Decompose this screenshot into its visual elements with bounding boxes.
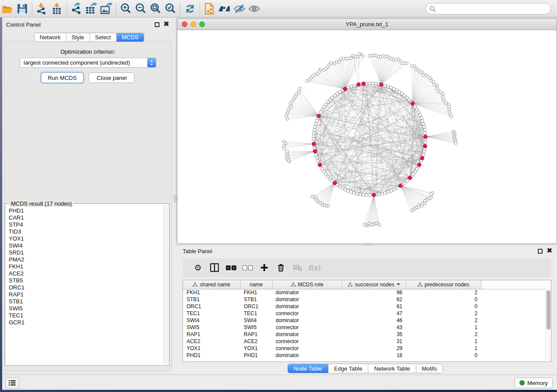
graph-node[interactable] xyxy=(368,82,371,85)
graph-satellite-node[interactable] xyxy=(286,150,289,153)
graph-node[interactable] xyxy=(384,84,387,87)
mcds-result-item[interactable]: TID3 xyxy=(6,228,163,235)
table-scrollbar-thumb[interactable] xyxy=(547,290,550,330)
zoom-selected-icon[interactable] xyxy=(163,2,178,15)
table-cell[interactable]: SWI5 xyxy=(183,324,240,331)
table-cell[interactable]: TEC1 xyxy=(240,310,272,317)
table-cell[interactable]: ORC1 xyxy=(240,303,272,310)
column-header-shared-name[interactable]: shared name xyxy=(183,280,240,289)
table-row[interactable]: PHD1PHD1dominator180 xyxy=(183,352,546,359)
table-cell[interactable]: SWI4 xyxy=(240,317,272,324)
graph-node[interactable] xyxy=(424,141,427,144)
graph-mcds-node[interactable] xyxy=(312,142,316,146)
table-cell[interactable]: connector xyxy=(272,310,342,317)
criterion-dropdown[interactable]: largest connected component (undirected)… xyxy=(20,58,157,68)
table-cell[interactable]: dominator xyxy=(272,331,342,338)
column-header-successor-nodes[interactable]: successor nodes xyxy=(342,280,406,289)
zoom-fit-icon[interactable] xyxy=(148,2,163,15)
show-graphics-details-icon[interactable] xyxy=(247,2,262,15)
table-cell[interactable]: FKH1 xyxy=(240,289,272,296)
graph-mcds-node[interactable] xyxy=(424,135,428,139)
graph-satellite-node[interactable] xyxy=(358,53,361,56)
mcds-result-item[interactable]: YOX1 xyxy=(6,235,163,242)
table-row[interactable]: FKH1FKH1dominator962 xyxy=(183,289,546,296)
graph-mcds-node[interactable] xyxy=(423,144,427,148)
table-cell[interactable]: 43 xyxy=(342,324,406,331)
table-cell[interactable]: STB1 xyxy=(240,296,272,303)
mcds-result-item[interactable]: SRD1 xyxy=(6,249,163,256)
graph-mcds-node[interactable] xyxy=(372,193,376,197)
column-header-MCDS-role[interactable]: MCDS role xyxy=(272,280,342,289)
graph-node[interactable] xyxy=(312,134,315,138)
graph-satellite-node[interactable] xyxy=(338,61,341,64)
graph-node[interactable] xyxy=(314,153,317,156)
graph-mcds-node[interactable] xyxy=(408,176,412,180)
graph-node[interactable] xyxy=(381,192,384,195)
table-cell[interactable]: 47 xyxy=(342,310,406,317)
graph-mcds-node[interactable] xyxy=(362,82,366,86)
mcds-result-item[interactable]: CAR1 xyxy=(6,214,163,221)
graph-node[interactable] xyxy=(349,85,353,88)
table-cell[interactable]: ACE2 xyxy=(183,338,240,345)
select-all-checkboxes-icon[interactable]: ✓✓ xyxy=(223,265,239,270)
graph-satellite-node[interactable] xyxy=(282,140,285,143)
graph-node[interactable] xyxy=(359,193,362,196)
graph-node[interactable] xyxy=(321,168,324,171)
graph-node[interactable] xyxy=(422,125,426,128)
column-header-name[interactable]: name xyxy=(240,280,272,289)
graph-mcds-node[interactable] xyxy=(411,102,415,106)
mcds-result-item[interactable]: STP4 xyxy=(6,221,163,228)
mcds-list-scrollbar[interactable] xyxy=(163,204,169,365)
graph-mcds-node[interactable] xyxy=(333,181,337,185)
table-row[interactable]: SWI5SWI5connector431 xyxy=(183,324,546,331)
tab-node-table[interactable]: Node Table xyxy=(288,364,328,373)
table-cell[interactable]: 2 xyxy=(406,289,481,296)
table-cell[interactable]: ACE2 xyxy=(240,338,272,345)
table-cell[interactable]: 35 xyxy=(342,331,406,338)
tab-network[interactable]: Network xyxy=(35,33,66,41)
column-header-predecessor-nodes[interactable]: predecessor nodes xyxy=(406,280,481,289)
graph-node[interactable] xyxy=(312,138,315,141)
graph-node[interactable] xyxy=(384,191,387,194)
table-cell[interactable]: dominator xyxy=(272,289,342,296)
graph-node[interactable] xyxy=(389,189,392,193)
graph-node[interactable] xyxy=(387,85,390,88)
graph-mcds-node[interactable] xyxy=(318,163,322,167)
graph-satellite-node[interactable] xyxy=(410,209,413,212)
splitter-grip[interactable] xyxy=(174,195,176,202)
table-cell[interactable]: connector xyxy=(272,345,342,352)
panel-splitter[interactable] xyxy=(173,20,177,375)
table-row[interactable]: YOX1YOX1connector291 xyxy=(183,345,546,352)
graph-satellite-node[interactable] xyxy=(422,73,425,76)
tab-motifs[interactable]: Motifs xyxy=(416,364,443,373)
export-table-icon[interactable] xyxy=(84,2,99,15)
graph-node[interactable] xyxy=(371,82,374,85)
graph-satellite-node[interactable] xyxy=(298,87,301,90)
mcds-result-item[interactable]: PMA2 xyxy=(6,256,163,263)
graph-node[interactable] xyxy=(422,153,425,156)
graph-satellite-node[interactable] xyxy=(352,54,355,57)
graph-node[interactable] xyxy=(353,84,356,87)
table-cell[interactable]: 2 xyxy=(406,310,481,317)
mcds-result-item[interactable]: ACE2 xyxy=(6,270,163,277)
table-cell[interactable]: SWI4 xyxy=(183,317,240,324)
graph-mcds-node[interactable] xyxy=(420,156,424,160)
table-cell[interactable]: 31 xyxy=(342,338,406,345)
graph-satellite-node[interactable] xyxy=(405,62,408,65)
sort-descending-icon[interactable] xyxy=(397,283,400,285)
graph-node[interactable] xyxy=(353,191,356,194)
table-cell[interactable]: 96 xyxy=(342,289,406,296)
mcds-result-item[interactable]: TEC1 xyxy=(6,312,163,319)
graph-node[interactable] xyxy=(315,156,318,159)
table-cell[interactable]: 2 xyxy=(406,317,481,324)
table-row[interactable]: RAP1RAP1dominator352 xyxy=(183,331,546,338)
graph-node[interactable] xyxy=(315,119,318,122)
table-cell[interactable]: 0 xyxy=(406,352,481,359)
table-row[interactable]: ORC1ORC1dominator610 xyxy=(183,303,546,310)
graph-satellite-node[interactable] xyxy=(311,195,314,198)
network-canvas[interactable] xyxy=(177,30,557,243)
tab-mcds[interactable]: MCDS xyxy=(116,33,144,41)
close-panel-button[interactable]: Close panel xyxy=(89,72,135,83)
graph-node[interactable] xyxy=(356,192,359,195)
float-panel-icon[interactable] xyxy=(155,22,159,27)
